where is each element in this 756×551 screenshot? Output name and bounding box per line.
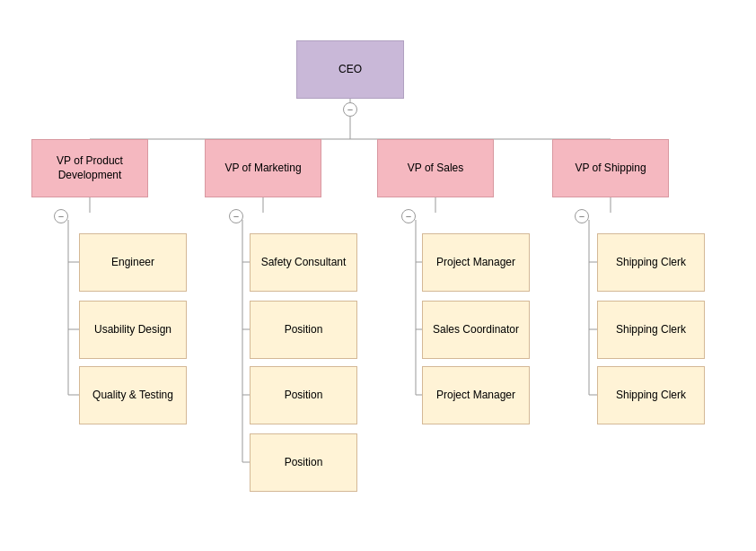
safety-node: Safety Consultant bbox=[250, 233, 357, 292]
collapse-sales-icon: − bbox=[406, 211, 411, 222]
vp-marketing-label: VP of Marketing bbox=[224, 162, 301, 176]
ship-clerk1-label: Shipping Clerk bbox=[616, 256, 686, 270]
engineer-node: Engineer bbox=[79, 233, 187, 292]
safety-label: Safety Consultant bbox=[261, 256, 347, 270]
quality-node: Quality & Testing bbox=[79, 366, 187, 424]
ship-clerk1-node: Shipping Clerk bbox=[597, 233, 705, 292]
position1-label: Position bbox=[285, 323, 323, 337]
position2-label: Position bbox=[285, 389, 323, 403]
ship-clerk2-node: Shipping Clerk bbox=[597, 301, 705, 359]
vp-sales-node: VP of Sales bbox=[377, 139, 494, 197]
proj-mgr2-node: Project Manager bbox=[422, 366, 530, 424]
collapse-sales-btn[interactable]: − bbox=[401, 209, 416, 223]
sales-coord-label: Sales Coordinator bbox=[433, 323, 519, 337]
collapse-marketing-btn[interactable]: − bbox=[229, 209, 243, 223]
quality-label: Quality & Testing bbox=[92, 389, 173, 403]
vp-product-label: VP of Product Development bbox=[36, 154, 144, 182]
ceo-label: CEO bbox=[338, 63, 362, 77]
ship-clerk2-label: Shipping Clerk bbox=[616, 323, 686, 337]
collapse-ceo-btn[interactable]: − bbox=[343, 102, 357, 117]
ship-clerk3-label: Shipping Clerk bbox=[616, 389, 686, 403]
vp-shipping-node: VP of Shipping bbox=[552, 139, 669, 197]
org-chart: CEO VP of Product Development VP of Mark… bbox=[0, 0, 756, 551]
vp-sales-label: VP of Sales bbox=[408, 162, 463, 176]
proj-mgr1-node: Project Manager bbox=[422, 233, 530, 292]
collapse-shipping-btn[interactable]: − bbox=[575, 209, 589, 223]
engineer-label: Engineer bbox=[111, 256, 154, 270]
vp-shipping-label: VP of Shipping bbox=[575, 162, 646, 176]
position1-node: Position bbox=[250, 301, 357, 359]
position2-node: Position bbox=[250, 366, 357, 424]
ship-clerk3-node: Shipping Clerk bbox=[597, 366, 705, 424]
collapse-shipping-icon: − bbox=[579, 211, 585, 222]
collapse-product-btn[interactable]: − bbox=[54, 209, 68, 223]
position3-node: Position bbox=[250, 433, 357, 492]
collapse-ceo-icon: − bbox=[347, 104, 353, 115]
sales-coord-node: Sales Coordinator bbox=[422, 301, 530, 359]
proj-mgr2-label: Project Manager bbox=[436, 389, 515, 403]
vp-product-node: VP of Product Development bbox=[31, 139, 148, 197]
collapse-marketing-icon: − bbox=[233, 211, 239, 222]
position3-label: Position bbox=[285, 456, 323, 470]
collapse-product-icon: − bbox=[58, 211, 64, 222]
proj-mgr1-label: Project Manager bbox=[436, 256, 515, 270]
usability-node: Usability Design bbox=[79, 301, 187, 359]
ceo-node: CEO bbox=[296, 40, 404, 99]
vp-marketing-node: VP of Marketing bbox=[205, 139, 321, 197]
usability-label: Usability Design bbox=[94, 323, 171, 337]
